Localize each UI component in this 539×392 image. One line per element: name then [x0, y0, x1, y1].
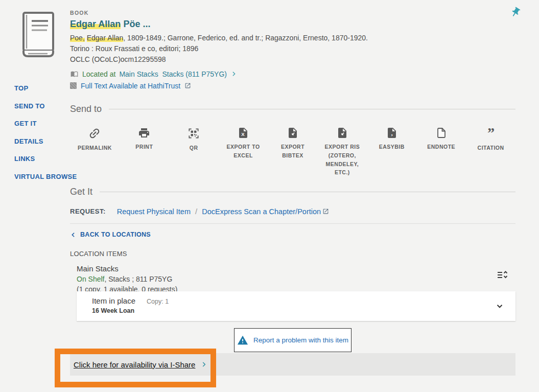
permalink-button[interactable]: PERMALINK [70, 127, 120, 177]
item-detail-page: BOOK Edgar Allan Pöe ... Poe, Edgar Alla… [0, 0, 539, 392]
request-row: REQUEST: Request Physical Item / DocExpr… [70, 207, 515, 216]
author-highlight-2[interactable]: Edgar Allan [87, 34, 124, 42]
citation-button[interactable]: ” CITATION [466, 127, 515, 177]
sort-icon [496, 268, 508, 281]
chevron-left-icon [70, 232, 77, 238]
location-summary: Main Stacks On Shelf, Stacks ; 811 P75YG… [77, 264, 515, 293]
endnote-button[interactable]: ENDNOTE [416, 127, 466, 177]
easybib-icon: , [386, 127, 398, 139]
permalink-icon [88, 127, 101, 140]
external-link-icon [322, 208, 329, 215]
print-button[interactable]: PRINT [120, 127, 169, 177]
svg-text:,: , [391, 129, 392, 137]
sidebar-item-send-to[interactable]: SEND TO [14, 102, 77, 110]
request-label: REQUEST: [70, 207, 106, 215]
location-link[interactable]: Main Stacks Stacks (811 P75YG) [119, 70, 227, 78]
location-details: , Stacks ; 811 P75YG [104, 275, 172, 283]
availability-row[interactable]: Located at Main Stacks Stacks (811 P75YG… [70, 70, 494, 78]
book-cover-thumbnail [15, 10, 56, 59]
title-rest-text: Pöe ... [123, 19, 150, 29]
citation-quote-icon: ” [484, 127, 498, 140]
send-to-section: Send to PERMALINK PRINT [70, 104, 515, 177]
item-copy-number: Copy: 1 [147, 298, 169, 305]
export-bibtex-button[interactable]: EXPORT BIBTEX [268, 127, 318, 177]
record-header: BOOK Edgar Allan Pöe ... Poe, Edgar Alla… [70, 10, 494, 90]
get-it-section: Get It REQUEST: Request Physical Item / … [70, 187, 515, 392]
imprint-line: Torino : Roux Frassati e co, editori; 18… [70, 44, 494, 53]
contributors-line: Poe, Edgar Allan, 1809-1849.; Garrone, F… [70, 34, 494, 42]
warning-triangle-icon [237, 335, 248, 346]
fulltext-row[interactable]: Full Text Available at HathiTrust [70, 82, 494, 90]
divider [70, 223, 515, 224]
title-highlighted-text: Edgar Allan [70, 19, 121, 29]
chevron-right-icon [230, 71, 237, 77]
author-highlight-1[interactable]: Poe, [70, 34, 85, 42]
section-rule [109, 109, 515, 109]
pin-button[interactable] [509, 6, 522, 19]
export-bibtex-icon [287, 127, 299, 139]
item-status: Item in place [92, 296, 135, 305]
qr-icon [187, 127, 200, 140]
record-title-link[interactable]: Edgar Allan Pöe ... [70, 19, 494, 30]
resource-type-label: BOOK [70, 10, 494, 16]
endnote-icon [435, 127, 448, 139]
expand-item-button[interactable] [495, 302, 504, 311]
back-to-locations-link[interactable]: BACK TO LOCATIONS [70, 231, 151, 238]
sidebar-item-virtual-browse[interactable]: VIRTUAL BROWSE [14, 173, 77, 180]
section-rule [100, 192, 515, 192]
location-items-label: LOCATION ITEMS [70, 250, 515, 258]
send-to-actions: PERMALINK PRINT [70, 127, 515, 177]
open-book-icon [70, 70, 79, 78]
sort-items-button[interactable] [496, 268, 508, 281]
contributors-rest: , 1809-1849.; Garrone, Federico, ed. and… [123, 34, 368, 42]
report-problem-button[interactable]: Report a problem with this item [234, 328, 351, 352]
export-excel-icon: X [237, 127, 249, 139]
svg-text:”: ” [487, 127, 495, 140]
qr-button[interactable]: QR [169, 127, 219, 177]
export-ris-icon [336, 127, 348, 139]
on-shelf-status: On Shelf [77, 275, 104, 283]
section-nav-sidebar: TOP SEND TO GET IT DETAILS LINKS VIRTUAL… [14, 84, 77, 190]
sidebar-item-links[interactable]: LINKS [14, 155, 77, 163]
location-status-line: On Shelf, Stacks ; 811 P75YG [77, 275, 515, 283]
located-at-label: Located at [82, 70, 115, 78]
easybib-button[interactable]: , EASYBIB [367, 127, 416, 177]
sidebar-item-get-it[interactable]: GET IT [14, 120, 77, 127]
get-it-heading: Get It [70, 187, 92, 197]
docexpress-scan-link[interactable]: DocExpress Scan a Chapter/Portion [202, 207, 321, 216]
send-to-heading: Send to [70, 104, 102, 114]
item-row[interactable]: Item in place Copy: 1 16 Week Loan [77, 291, 515, 321]
book-icon [15, 10, 56, 59]
request-links-separator: / [195, 207, 197, 216]
pushpin-icon [508, 4, 523, 19]
chevron-down-icon [495, 302, 504, 311]
sidebar-item-details[interactable]: DETAILS [14, 137, 77, 145]
export-excel-button[interactable]: X EXPORT TO EXCEL [219, 127, 268, 177]
fulltext-link[interactable]: Full Text Available at HathiTrust [81, 82, 180, 90]
print-icon [138, 127, 150, 139]
external-link-icon [184, 82, 191, 89]
item-loan-policy: 16 Week Loan [92, 307, 515, 314]
ishare-availability-link[interactable]: Click here for availability via I-Share [74, 360, 207, 369]
svg-text:X: X [241, 131, 245, 137]
export-ris-button[interactable]: EXPORT RIS (ZOTERO, MENDELEY, ETC.) [317, 127, 367, 177]
request-physical-item-link[interactable]: Request Physical Item [117, 207, 191, 216]
location-name: Main Stacks [77, 264, 515, 273]
oclc-line: OCLC (OCoLC)ocm12295598 [70, 55, 494, 63]
chevron-right-icon [200, 361, 207, 368]
ishare-availability-bar: Click here for availability via I-Share [70, 353, 515, 376]
sidebar-item-top[interactable]: TOP [14, 84, 77, 92]
